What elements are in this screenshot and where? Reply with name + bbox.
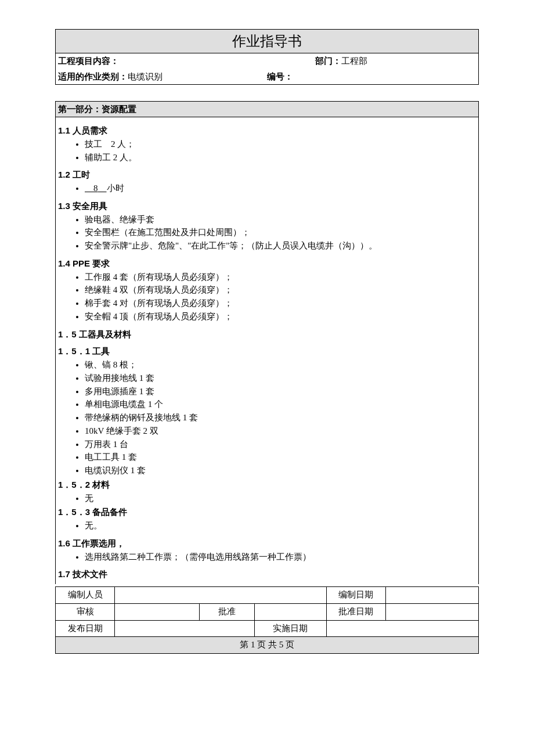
approve-date-label: 批准日期 bbox=[338, 607, 373, 616]
s153-list: 无。 bbox=[85, 520, 476, 532]
s152-list: 无 bbox=[85, 492, 476, 505]
hours-suffix: 小时 bbox=[107, 183, 124, 193]
meta-row-2: 适用的作业类别：电缆识别 编号： bbox=[56, 69, 478, 85]
code-label: 编号： bbox=[267, 71, 293, 81]
hours-suffix-u bbox=[98, 183, 107, 193]
s17-title: 1.7 技术文件 bbox=[58, 568, 476, 581]
list-item: 绝缘鞋 4 双（所有现场人员必须穿）； bbox=[85, 284, 476, 297]
s12-list: 8 小时 bbox=[85, 182, 476, 195]
s152-title: 1．5．2 材料 bbox=[58, 478, 476, 491]
section-1-title: 第一部分：资源配置 bbox=[56, 102, 478, 117]
s13-title: 1.3 安全用具 bbox=[58, 200, 476, 213]
table-row: 编制人员 编制日期 bbox=[56, 587, 479, 604]
table-row: 发布日期 实施日期 bbox=[56, 620, 479, 637]
s12-title: 1.2 工时 bbox=[58, 168, 476, 181]
impldate-label: 实施日期 bbox=[273, 624, 308, 633]
list-item: 技工 2 人； bbox=[85, 138, 476, 151]
meta-row-1: 工程项目内容： 部门：工程部 bbox=[56, 53, 478, 69]
list-item: 无。 bbox=[85, 520, 476, 532]
list-item: 验电器、绝缘手套 bbox=[85, 214, 476, 226]
table-row: 审核 批准 批准日期 bbox=[56, 603, 479, 620]
header-box: 作业指导书 工程项目内容： 部门：工程部 适用的作业类别：电缆识别 编号： bbox=[55, 29, 479, 85]
list-item: 电缆识别仪 1 套 bbox=[85, 465, 476, 477]
list-item: 辅助工 2 人。 bbox=[85, 152, 476, 164]
s14-list: 工作服 4 套（所有现场人员必须穿）； 绝缘鞋 4 双（所有现场人员必须穿）； … bbox=[85, 271, 476, 323]
hours-prefix bbox=[85, 183, 93, 193]
s11-list: 技工 2 人； 辅助工 2 人。 bbox=[85, 138, 476, 164]
list-item: 8 小时 bbox=[85, 182, 476, 195]
list-item: 选用线路第二种工作票；（需停电选用线路第一种工作票） bbox=[85, 551, 476, 564]
list-item: 安全警示牌"止步、危险"、"在此工作"等；（防止人员误入电缆井（沟））。 bbox=[85, 240, 476, 253]
body-box: 第一部分：资源配置 1.1 人员需求 技工 2 人； 辅助工 2 人。 1.2 … bbox=[55, 101, 479, 584]
list-item: 安全围栏（在施工范围处及井口处周围）； bbox=[85, 226, 476, 239]
dept-label: 部门： bbox=[315, 56, 341, 66]
s16-list: 选用线路第二种工作票；（需停电选用线路第一种工作票） bbox=[85, 551, 476, 564]
list-item: 多用电源插座 1 套 bbox=[85, 386, 476, 398]
list-item: 棉手套 4 对（所有现场人员必须穿）； bbox=[85, 297, 476, 310]
list-item: 工作服 4 套（所有现场人员必须穿）； bbox=[85, 271, 476, 284]
author-label: 编制人员 bbox=[68, 590, 103, 599]
jobtype-value: 电缆识别 bbox=[128, 72, 163, 81]
list-item: 单相电源电缆盘 1 个 bbox=[85, 398, 476, 411]
s153-title: 1．5．3 备品备件 bbox=[58, 506, 476, 519]
section-1-content: 1.1 人员需求 技工 2 人； 辅助工 2 人。 1.2 工时 8 小时 1.… bbox=[56, 117, 478, 584]
footer-table: 编制人员 编制日期 审核 批准 批准日期 发布日期 实施日期 第 1 页 共 5… bbox=[55, 586, 479, 654]
author-date-label: 编制日期 bbox=[338, 590, 373, 599]
doc-title: 作业指导书 bbox=[56, 30, 478, 53]
s13-list: 验电器、绝缘手套 安全围栏（在施工范围处及井口处周围）； 安全警示牌"止步、危险… bbox=[85, 214, 476, 253]
list-item: 锹、镐 8 根； bbox=[85, 359, 476, 372]
list-item: 无 bbox=[85, 492, 476, 505]
s16-title: 1.6 工作票选用， bbox=[58, 537, 476, 550]
s151-title: 1．5．1 工具 bbox=[58, 345, 476, 358]
s151-list: 锹、镐 8 根； 试验用接地线 1 套 多用电源插座 1 套 单相电源电缆盘 1… bbox=[85, 359, 476, 477]
pubdate-label: 发布日期 bbox=[68, 624, 103, 633]
review-label: 审核 bbox=[77, 607, 94, 616]
list-item: 带绝缘柄的钢钎及接地线 1 套 bbox=[85, 412, 476, 424]
s14-title: 1.4 PPE 要求 bbox=[58, 257, 476, 270]
list-item: 安全帽 4 顶（所有现场人员必须穿）； bbox=[85, 311, 476, 323]
pager-text: 第 1 页 共 5 页 bbox=[240, 640, 294, 649]
s15-title: 1．5 工器具及材料 bbox=[58, 328, 476, 341]
list-item: 试验用接地线 1 套 bbox=[85, 372, 476, 385]
list-item: 10kV 绝缘手套 2 双 bbox=[85, 425, 476, 438]
list-item: 万用表 1 台 bbox=[85, 438, 476, 451]
hours-value: 8 bbox=[93, 183, 98, 193]
list-item: 电工工具 1 套 bbox=[85, 451, 476, 464]
jobtype-label: 适用的作业类别： bbox=[58, 71, 128, 81]
project-label: 工程项目内容： bbox=[58, 56, 119, 66]
approve-label: 批准 bbox=[218, 607, 236, 616]
pager-row: 第 1 页 共 5 页 bbox=[56, 637, 479, 654]
s11-title: 1.1 人员需求 bbox=[58, 124, 476, 137]
dept-value: 工程部 bbox=[341, 56, 367, 66]
